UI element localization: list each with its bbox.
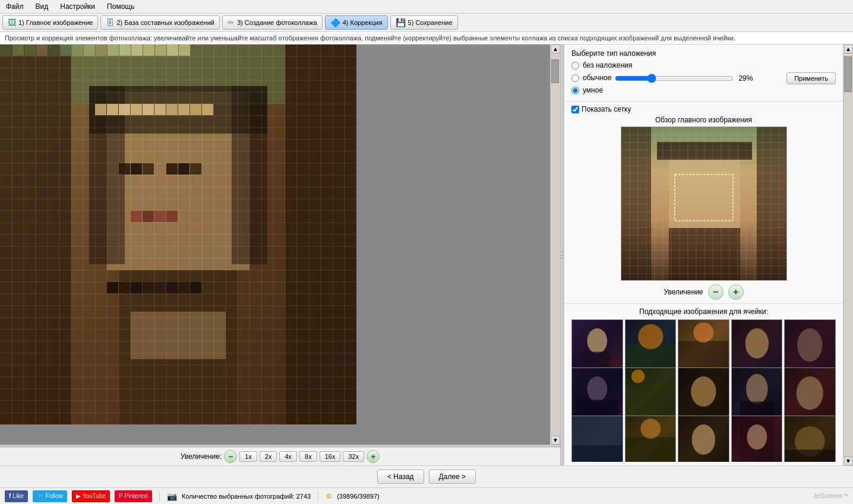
suitable-img-2[interactable] [625, 319, 677, 371]
suitable-img-12[interactable] [625, 416, 677, 462]
svg-point-183 [747, 424, 767, 449]
svg-rect-179 [625, 437, 676, 462]
toolbar-btn-save[interactable]: 💾 5) Сохранение [390, 15, 458, 30]
svg-rect-109 [143, 282, 154, 293]
menu-view[interactable]: Вид [32, 1, 52, 12]
svg-rect-116 [621, 127, 651, 280]
suitable-img-8[interactable] [678, 367, 729, 419]
svg-point-176 [797, 376, 823, 410]
status-bar: f Like 🐦 Follow ▶ YouTube P Pinterest 📷 … [0, 487, 853, 504]
mosaic-viewport[interactable] [0, 45, 550, 445]
right-panel-scrollbar[interactable]: ▲ ▼ [843, 45, 853, 465]
svg-rect-72 [24, 45, 36, 56]
overlay-none-label: без наложения [583, 61, 633, 69]
create-icon: ✏ [228, 18, 235, 27]
svg-rect-102 [131, 211, 142, 222]
overlay-smart-radio[interactable] [571, 87, 579, 94]
right-scroll-track[interactable] [843, 53, 853, 457]
suitable-img-15[interactable] [784, 416, 836, 462]
right-scroll-thumb[interactable] [844, 56, 852, 92]
svg-rect-117 [757, 127, 786, 280]
suitable-img-11[interactable] [571, 416, 623, 462]
zoom-1x-btn[interactable]: 1x [239, 451, 257, 462]
vertical-scrollbar[interactable]: ▲ ▼ [550, 45, 560, 445]
svg-rect-112 [178, 282, 189, 293]
suitable-img-5[interactable] [784, 319, 836, 371]
svg-rect-113 [190, 282, 201, 293]
suitable-img-13[interactable] [678, 416, 729, 462]
suitable-img-14[interactable] [731, 416, 783, 462]
menu-settings[interactable]: Настройки [56, 1, 99, 12]
svg-rect-80 [119, 45, 131, 56]
suitable-img-7[interactable] [625, 367, 677, 419]
svg-rect-78 [96, 45, 107, 56]
overview-zoom-in-btn[interactable]: + [728, 284, 744, 300]
overlay-smart-row: умное [571, 86, 836, 94]
youtube-btn[interactable]: ▶ YouTube [72, 490, 110, 502]
zoom-16x-btn[interactable]: 16x [320, 451, 341, 462]
status-divider-2 [318, 491, 318, 502]
svg-point-180 [640, 419, 661, 439]
scroll-up-arrow[interactable]: ▲ [551, 45, 560, 53]
back-button[interactable]: < Назад [377, 470, 424, 484]
toolbar-btn-main-image[interactable]: 🖼 1) Главное изображение [2, 15, 98, 30]
svg-point-174 [746, 374, 768, 404]
svg-point-172 [631, 370, 645, 383]
overview-zoom-out-btn[interactable]: − [708, 284, 724, 300]
overlay-normal-radio[interactable] [571, 74, 579, 82]
svg-rect-91 [154, 104, 166, 115]
menu-help[interactable]: Помощь [103, 1, 138, 12]
svg-rect-83 [155, 45, 166, 56]
facebook-icon: f [9, 493, 11, 499]
svg-rect-86 [95, 104, 106, 115]
suitable-img-4[interactable] [731, 319, 783, 371]
forward-button[interactable]: Далее > [429, 470, 476, 484]
overlay-percent: 29% [738, 74, 753, 83]
overview-zoom-row: Увеличение − + [571, 284, 836, 300]
overview-zoom-label: Увеличение [664, 288, 703, 296]
suitable-img-9[interactable] [731, 367, 783, 419]
suitable-img-10[interactable] [784, 367, 836, 419]
svg-rect-76 [72, 45, 83, 56]
svg-rect-99 [166, 163, 178, 175]
pinterest-btn[interactable]: P Pinterest [115, 490, 152, 502]
scroll-thumb[interactable] [551, 59, 559, 83]
toolbar-btn-create-collage[interactable]: ✏ 3) Создание фотоколлажа [222, 15, 323, 30]
overlay-slider[interactable] [615, 74, 734, 83]
suitable-title: Подходящие изображения для ячейки: [571, 308, 836, 316]
zoom-4x-btn[interactable]: 4x [279, 451, 297, 462]
facebook-like-btn[interactable]: f Like [5, 490, 28, 502]
show-grid-checkbox[interactable] [571, 106, 579, 113]
overlay-none-radio[interactable] [571, 62, 579, 69]
svg-rect-93 [178, 104, 189, 115]
suitable-img-6[interactable] [571, 367, 623, 419]
toolbar-btn-base-images[interactable]: 🗄 2) База составных изображений [100, 15, 219, 30]
scroll-down-arrow[interactable]: ▼ [551, 436, 560, 445]
info-bar: Просмотр и коррекция элементов фотоколла… [0, 32, 853, 45]
svg-rect-84 [167, 45, 178, 56]
scroll-track[interactable] [551, 53, 560, 436]
overlay-smart-label: умное [583, 86, 603, 94]
twitter-follow-btn[interactable]: 🐦 Follow [33, 490, 67, 502]
svg-rect-168 [785, 320, 835, 370]
zoom-32x-btn[interactable]: 32x [343, 451, 364, 462]
suitable-img-1[interactable] [571, 319, 623, 371]
right-scroll-up[interactable]: ▲ [844, 45, 853, 53]
svg-point-165 [694, 322, 714, 343]
right-scroll-down[interactable]: ▼ [844, 457, 853, 465]
zoom-out-btn[interactable]: − [224, 450, 237, 463]
svg-rect-111 [166, 282, 178, 293]
mosaic-image [0, 45, 356, 424]
svg-rect-178 [572, 445, 623, 462]
svg-rect-105 [166, 211, 178, 222]
zoom-2x-btn[interactable]: 2x [260, 451, 277, 462]
toolbar-btn-correction[interactable]: 🔷 4) Коррекция [325, 15, 388, 30]
svg-rect-88 [119, 104, 130, 115]
svg-rect-97 [131, 163, 142, 175]
zoom-8x-btn[interactable]: 8x [299, 451, 317, 462]
menu-file[interactable]: Файл [2, 1, 27, 12]
suitable-img-3[interactable] [678, 319, 729, 371]
apply-button[interactable]: Применить [786, 72, 836, 84]
svg-point-163 [638, 324, 663, 349]
zoom-in-btn[interactable]: + [367, 450, 380, 463]
